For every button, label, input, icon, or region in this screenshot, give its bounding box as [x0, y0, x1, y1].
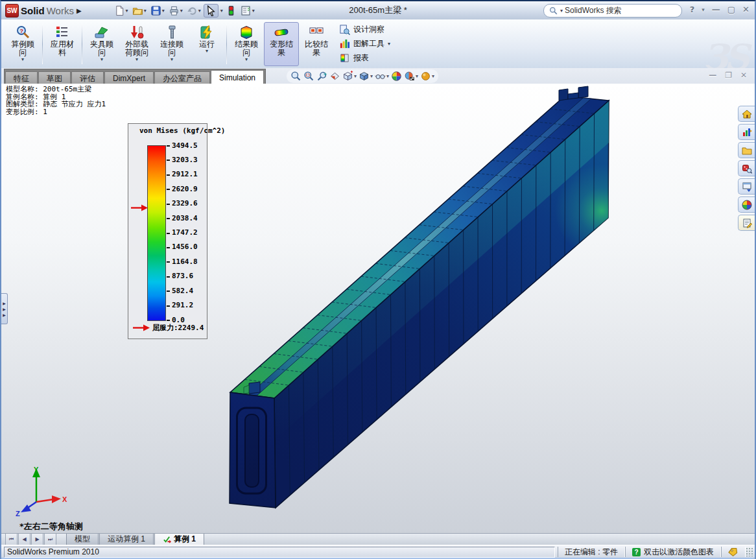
- folder-icon: [742, 145, 752, 156]
- last-tab-button[interactable]: ⏭: [44, 534, 56, 545]
- next-tab-button[interactable]: ▶: [31, 534, 43, 545]
- dropdown-caret-icon[interactable]: ▾: [220, 8, 223, 14]
- doc-close-button[interactable]: ✕: [740, 71, 747, 80]
- dropdown-caret-icon: ▾: [126, 8, 128, 14]
- undo-button[interactable]: ▾: [185, 5, 202, 17]
- design-insight-icon: [339, 24, 350, 35]
- maximize-button[interactable]: ▢: [727, 5, 735, 14]
- zoom-to-area-button[interactable]: [303, 71, 314, 82]
- legend-tick-label: 2620.9: [172, 185, 198, 193]
- graphics-viewport[interactable]: 模型名称: 200t-65m主梁 算例名称: 算例 1 图解类型: 静态 节应力…: [1, 84, 755, 533]
- file-explorer-button[interactable]: [738, 142, 755, 158]
- edit-appearance-button[interactable]: [391, 71, 402, 82]
- apply-scene-button[interactable]: ▾: [404, 71, 418, 82]
- legend-tick: [167, 233, 170, 234]
- checklist-icon: [241, 5, 252, 16]
- select-tool-button[interactable]: [204, 4, 219, 18]
- zoom-to-selection-button[interactable]: [316, 71, 327, 82]
- resources-home-button[interactable]: [738, 106, 755, 122]
- help-button[interactable]: ?: [690, 5, 695, 14]
- appearance-ball-icon: [391, 71, 402, 82]
- open-document-button[interactable]: ▾: [131, 5, 148, 17]
- view-orientation-button[interactable]: ▾: [342, 71, 357, 82]
- ribbon-fixtures-advisor-button[interactable]: 夹具顾问 ▾: [84, 22, 119, 66]
- save-button[interactable]: ▾: [149, 5, 166, 17]
- select-cursor-icon: [206, 5, 217, 16]
- dropdown-caret-icon: ▾: [100, 57, 103, 62]
- first-tab-button[interactable]: ⏮: [5, 534, 18, 545]
- ribbon-compare-results-button[interactable]: 比较结果: [299, 22, 334, 66]
- ribbon-separator: [82, 24, 82, 64]
- stress-legend[interactable]: von Mises (kgf/cm^2) 3494.53203.32912.12…: [128, 123, 207, 339]
- dropdown-caret-icon: ▾: [162, 8, 165, 14]
- menu-expand-arrow-icon[interactable]: ▶: [77, 7, 82, 14]
- doc-restore-button[interactable]: ❐: [725, 71, 732, 80]
- tab-study-1[interactable]: 算例 1: [154, 534, 204, 545]
- legend-tick: [167, 174, 170, 176]
- legend-tick: [167, 261, 170, 263]
- undo-arrow-icon: [187, 5, 198, 16]
- design-library-button[interactable]: [738, 124, 755, 140]
- tab-office-products[interactable]: 办公室产品: [154, 71, 210, 85]
- display-style-button[interactable]: ▾: [359, 71, 373, 82]
- ribbon-connections-advisor-button[interactable]: 连接顾问 ▾: [154, 22, 189, 66]
- minimize-button[interactable]: —: [712, 5, 720, 14]
- custom-properties-button[interactable]: [738, 215, 755, 231]
- ribbon-deformed-result-button[interactable]: 变形结果: [264, 22, 299, 66]
- brand-name-light: Works: [47, 5, 74, 16]
- tab-simulation[interactable]: Simulation: [211, 70, 264, 85]
- new-document-button[interactable]: ▾: [113, 5, 130, 17]
- legend-tick-label: 582.4: [172, 287, 193, 295]
- toolbox-button[interactable]: [738, 160, 755, 176]
- prev-tab-button[interactable]: ◀: [18, 534, 30, 545]
- ribbon-results-advisor-button[interactable]: 结果顾问 ▾: [229, 22, 264, 66]
- help-caret-icon[interactable]: ▾: [702, 6, 705, 13]
- appearances-scenes-button[interactable]: [738, 196, 755, 213]
- yield-strength-row: 屈服力:2249.4: [133, 323, 204, 333]
- search-scope-caret-icon[interactable]: ▾: [560, 8, 563, 14]
- tab-model[interactable]: 模型: [66, 534, 99, 545]
- ribbon-run-button[interactable]: 运行 ▾: [189, 22, 224, 66]
- dropdown-caret-icon: ▾: [245, 57, 248, 62]
- dropdown-caret-icon: ▾: [388, 42, 390, 47]
- plot-tools-icon: [339, 38, 350, 49]
- panel-splitter-handle[interactable]: ▶▶▶: [1, 293, 8, 324]
- tab-evaluate[interactable]: 评估: [71, 71, 104, 85]
- view-settings-button[interactable]: ▾: [420, 71, 434, 82]
- search-box[interactable]: ▾ SolidWorks 搜索: [543, 4, 682, 18]
- run-icon: [199, 25, 215, 40]
- resize-grip[interactable]: [746, 547, 753, 556]
- options-list-button[interactable]: ▾: [239, 5, 256, 17]
- dropdown-caret-icon: ▾: [386, 73, 389, 79]
- ribbon-study-advisor-button[interactable]: ? 算例顾问 ▾: [5, 22, 40, 66]
- print-button[interactable]: ▾: [167, 5, 184, 17]
- dropdown-caret-icon: ▾: [144, 8, 147, 14]
- custom-properties-icon: [742, 218, 752, 228]
- heads-up-view-toolbar: ▾ ▾ ▾ ▾ ▾: [287, 69, 438, 83]
- view-palette-button[interactable]: [738, 178, 755, 195]
- legend-tick-label: 2912.1: [172, 170, 198, 178]
- tab-features[interactable]: 特征: [5, 71, 38, 85]
- close-button[interactable]: ✕: [742, 5, 750, 14]
- zoom-to-fit-button[interactable]: [290, 71, 301, 82]
- section-view-button[interactable]: [329, 71, 340, 82]
- tab-motion-study-1[interactable]: 运动算例 1: [99, 534, 154, 545]
- ribbon-report-button[interactable]: 报表: [339, 53, 390, 64]
- hide-show-items-button[interactable]: ▾: [375, 71, 389, 82]
- ribbon-design-insight-button[interactable]: 设计洞察: [339, 24, 390, 36]
- ribbon-plot-tools-button[interactable]: 图解工具 ▾: [339, 38, 390, 50]
- dropdown-caret-icon: ▾: [136, 57, 138, 62]
- plot-annotation: 模型名称: 200t-65m主梁 算例名称: 算例 1 图解类型: 静态 节应力…: [6, 86, 106, 115]
- tags-item[interactable]: [721, 547, 746, 557]
- doc-minimize-button[interactable]: —: [709, 71, 716, 80]
- view-settings-sphere-icon: [420, 71, 431, 82]
- dropdown-caret-icon: ▾: [416, 73, 418, 79]
- ribbon-apply-material-button[interactable]: 应用材料: [45, 22, 80, 66]
- legend-tick-label: 1164.8: [172, 257, 198, 266]
- ribbon-external-loads-button[interactable]: 外部载荷顾问 ▾: [119, 22, 154, 66]
- legend-title: von Mises (kgf/cm^2): [139, 126, 225, 135]
- tab-dimxpert[interactable]: DimXpert: [104, 71, 154, 85]
- interference-check-button[interactable]: [224, 5, 238, 17]
- beam-model[interactable]: [1, 84, 755, 533]
- tab-sketch[interactable]: 草图: [38, 71, 71, 85]
